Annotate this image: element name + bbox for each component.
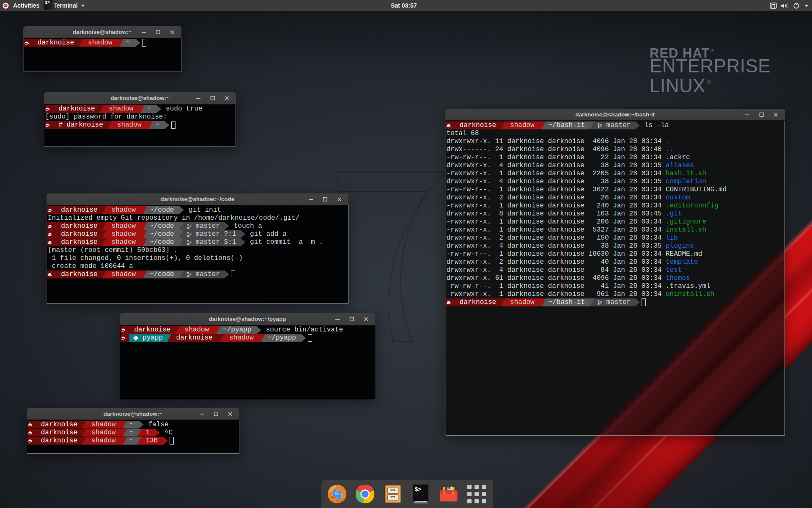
svg-text:$>: $>: [415, 486, 422, 493]
